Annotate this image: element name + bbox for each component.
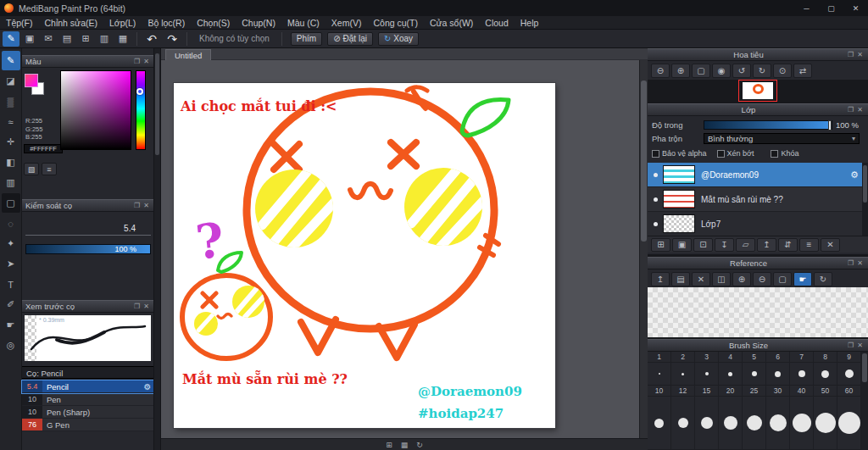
brush-list-item[interactable]: 5.4 Pencil ⚙	[22, 381, 154, 393]
redo-button[interactable]: ↷	[163, 31, 181, 47]
blur-tool-icon[interactable]: ≈	[2, 112, 20, 131]
brush-size-preset[interactable]: 60	[837, 386, 861, 397]
hand-pan-icon[interactable]: ☛	[793, 272, 812, 286]
text-tool-icon[interactable]: T	[2, 275, 20, 294]
document-tab[interactable]: Untitled	[165, 49, 211, 60]
split-view-icon[interactable]: ◫	[712, 272, 731, 286]
brush-size-preset[interactable]	[814, 397, 837, 450]
brush-size-preset[interactable]	[814, 363, 837, 386]
brush-opacity-slider[interactable]: 100 %	[25, 244, 151, 254]
add-layer-icon[interactable]: ⊞	[651, 238, 670, 252]
saturation-value-picker[interactable]	[60, 70, 131, 150]
brush-size-preset[interactable]	[719, 397, 743, 450]
brush-size-slider[interactable]: 5.4	[25, 219, 151, 236]
opacity-slider-thumb[interactable]	[828, 120, 832, 131]
panel-close-icon[interactable]: ✕	[855, 51, 865, 58]
left-panel-scrollbar[interactable]	[153, 48, 160, 450]
layer-menu-icon[interactable]: ≡	[799, 238, 819, 252]
brush-size-preset[interactable]	[790, 363, 814, 386]
layer-settings-gear-icon[interactable]: ⚙	[847, 169, 862, 181]
panel-close-icon[interactable]: ✕	[142, 202, 151, 209]
brush-size-preset[interactable]: 3	[695, 352, 719, 363]
menu-item-filter[interactable]: Bộ lọc(R)	[142, 16, 191, 30]
brush-list-item[interactable]: 10 Pen	[22, 393, 154, 406]
brush-size-preset[interactable]	[695, 397, 719, 450]
brush-size-preset[interactable]: 40	[790, 386, 814, 397]
zoom-tool-icon[interactable]: ◎	[2, 336, 20, 355]
panel-popout-icon[interactable]: ❐	[132, 202, 142, 209]
reset-rotation-icon[interactable]: ⊙	[773, 64, 792, 78]
layer-row[interactable]: Mắt mù sẵn rùi mè ??	[648, 187, 862, 212]
duplicate-layer-icon[interactable]: ⊡	[693, 238, 713, 252]
panel-popout-icon[interactable]: ❐	[132, 303, 142, 310]
material-icon[interactable]: ▤	[58, 31, 75, 47]
brush-size-preset[interactable]	[671, 363, 695, 386]
hand-tool-icon[interactable]: ☛	[2, 315, 20, 335]
panel-popout-icon[interactable]: ❐	[846, 106, 855, 114]
new-canvas-icon[interactable]: ⊞	[77, 31, 94, 47]
sliders-icon[interactable]: ≡	[42, 163, 57, 175]
brush-size-preset[interactable]	[766, 397, 790, 450]
layer-row[interactable]: @Doraemon09 ⚙	[648, 163, 862, 187]
snap-icon[interactable]: ▦	[114, 31, 131, 47]
add-folder-icon[interactable]: ▣	[672, 238, 692, 252]
brush-size-preset[interactable]: 5	[743, 352, 766, 363]
brush-size-preset[interactable]: 2	[671, 352, 695, 363]
menu-item-tools[interactable]: Công cụ(T)	[367, 16, 424, 30]
drawing-canvas[interactable]: ? Ai chọc mắt tui đi :< Mắt mù sẵn rùi m…	[174, 83, 555, 428]
clear-image-icon[interactable]: ✕	[692, 272, 710, 286]
brush-icon[interactable]: ✎	[3, 31, 19, 47]
flip-horizontal-icon[interactable]: ⇄	[793, 64, 812, 78]
select-tool-icon[interactable]: ▢	[2, 193, 20, 213]
close-button[interactable]: ✕	[843, 0, 868, 16]
pen-tool-icon[interactable]: ✎	[2, 51, 20, 70]
move-layer-down-icon[interactable]: ⇵	[778, 238, 798, 252]
layer-visibility-toggle[interactable]	[654, 222, 658, 226]
brush-size-preset[interactable]: 12	[671, 386, 695, 397]
navigator-viewport-rect[interactable]	[738, 80, 777, 102]
undo-button[interactable]: ↶	[142, 31, 161, 47]
rotate-right-icon[interactable]: ↻	[753, 64, 771, 78]
zoom-out-icon[interactable]: ⊖	[651, 64, 670, 78]
zoom-in-icon[interactable]: ⊕	[671, 64, 690, 78]
brush-size-preset[interactable]	[671, 397, 695, 450]
save-icon[interactable]: ▣	[21, 31, 38, 47]
airbrush-tool-icon[interactable]: ▒	[2, 92, 20, 111]
canvas-vertical-scrollbar[interactable]	[639, 60, 648, 438]
panel-popout-icon[interactable]: ❐	[846, 342, 855, 349]
protect-alpha-checkbox[interactable]	[652, 150, 659, 158]
lasso-tool-icon[interactable]: ◌	[2, 214, 20, 233]
layer-row[interactable]: Lớp7	[648, 212, 862, 236]
menu-item-help[interactable]: Help	[515, 16, 545, 30]
panel-close-icon[interactable]: ✕	[142, 303, 151, 310]
layer-visibility-toggle[interactable]	[654, 197, 658, 202]
grid-toggle-icon[interactable]: ⊞	[386, 441, 392, 449]
gradient-tool-icon[interactable]: ▥	[2, 173, 20, 192]
brush-size-preset[interactable]	[837, 397, 861, 450]
brush-size-preset[interactable]: 20	[719, 386, 743, 397]
minimize-button[interactable]: ─	[794, 0, 819, 16]
merge-down-icon[interactable]: ↧	[715, 238, 734, 252]
comment-icon[interactable]: ✉	[40, 31, 57, 47]
brush-size-scrollbar[interactable]	[861, 352, 868, 450]
lock-checkbox[interactable]	[771, 150, 778, 158]
brush-size-preset[interactable]	[743, 397, 766, 450]
brush-size-preset[interactable]	[790, 397, 814, 450]
ruler-icon[interactable]: ▥	[96, 31, 113, 47]
fit-view-icon[interactable]: ▢	[773, 272, 792, 286]
fill-tool-icon[interactable]: ◧	[2, 153, 20, 172]
blend-mode-dropdown[interactable]: Bình thường ▾	[704, 133, 860, 144]
menu-item-edit[interactable]: Chỉnh sửa(E)	[39, 16, 103, 30]
brush-size-preset[interactable]	[837, 363, 861, 386]
hue-slider-handle[interactable]	[136, 88, 143, 95]
reset-button[interactable]: ⊘Đặt lại	[327, 32, 373, 46]
zoom-out-icon[interactable]: ⊖	[753, 272, 771, 286]
brush-size-preset[interactable]	[743, 363, 766, 386]
brush-size-preset[interactable]	[719, 363, 743, 386]
menu-item-color[interactable]: Màu (C)	[281, 16, 326, 30]
palette-icon[interactable]: ▧	[24, 163, 39, 175]
move-layer-up-icon[interactable]: ↥	[757, 238, 776, 252]
foreground-color-chip[interactable]	[25, 74, 38, 87]
scrollbar-thumb[interactable]	[641, 81, 647, 242]
brush-list-item[interactable]: 76 G Pen	[22, 419, 154, 431]
